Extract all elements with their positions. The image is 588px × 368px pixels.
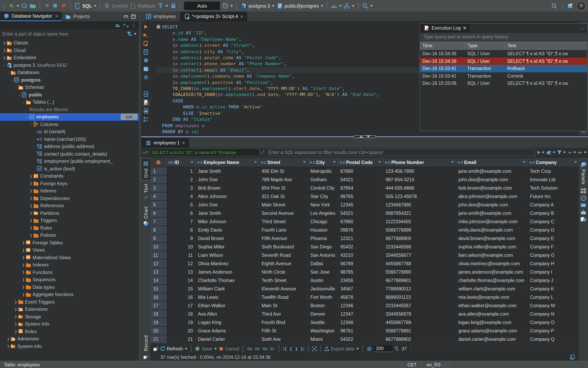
cell-city[interactable]: Boston	[308, 302, 338, 310]
cell-employee-name[interactable]: Mike Johnson	[196, 218, 259, 226]
export-caret[interactable]	[356, 348, 359, 350]
tree-item-foreign-keys[interactable]: ❯Foreign Keys	[0, 180, 139, 187]
cell-street[interactable]: Sixth Ave	[259, 335, 308, 343]
column-header-postal-code[interactable]: A-ZPostal Code	[338, 158, 383, 167]
cell-street[interactable]: Tenth Street	[259, 276, 308, 285]
sort-caret-icon[interactable]	[303, 161, 306, 163]
tree-item-contact-public-contact-details-[interactable]: contact (public.contact_details)	[0, 150, 139, 158]
column-header-street[interactable]: A-ZStreet	[259, 158, 308, 167]
cell-email[interactable]: william.clark@example.com	[456, 285, 528, 293]
nav-back-button[interactable]	[567, 151, 576, 154]
sql-caret[interactable]	[94, 5, 96, 7]
table-row[interactable]: 1717Ethan WalkerMain StBoston12346223344…	[150, 302, 579, 310]
cell-postal-code[interactable]: 12345	[338, 201, 383, 209]
cell-phone-number[interactable]: 2233445566	[383, 243, 456, 251]
cell-company[interactable]: Company A	[528, 201, 579, 209]
grid-corner-cell[interactable]	[150, 158, 166, 167]
chevron-down-icon[interactable]: ⌄	[14, 86, 18, 89]
chevron-right-icon[interactable]: ❯	[29, 234, 33, 237]
cell-employee-name[interactable]: Olivia Martinez	[196, 260, 259, 267]
cell-street[interactable]: Third Ave	[259, 310, 308, 318]
user-avatar[interactable]	[577, 1, 586, 10]
cell-city[interactable]: San Antonio	[308, 251, 338, 259]
tree-item-employees[interactable]: ⌄employees32K	[0, 113, 139, 121]
sort-caret-icon[interactable]	[574, 161, 577, 163]
cell-company[interactable]: Company N	[528, 310, 579, 318]
connect-icon[interactable]	[44, 3, 50, 9]
cell-postal-code[interactable]: 65432	[338, 243, 383, 251]
cell-postal-code[interactable]: 67890	[338, 218, 383, 226]
cell-city[interactable]: Miami	[308, 335, 338, 343]
chevron-right-icon[interactable]: ❯	[21, 241, 25, 245]
tree-item-classic[interactable]: ❯Classic	[0, 39, 139, 46]
dashboard-button[interactable]	[331, 3, 342, 9]
cell-employee-name[interactable]: Daniel Carter	[196, 335, 259, 343]
chevron-right-icon[interactable]: ❯	[2, 41, 6, 45]
collapse-all-icon[interactable]	[115, 24, 120, 27]
more-info-icon[interactable]: ···	[154, 355, 158, 359]
run-icon[interactable]	[143, 24, 149, 30]
cell-street[interactable]: Fourth Blvd	[259, 318, 308, 326]
chevron-right-icon[interactable]: ❯	[21, 278, 25, 282]
cell-phone-number[interactable]: 4455667789	[383, 318, 456, 326]
tree-item-system-info[interactable]: ❯System Info	[0, 343, 139, 350]
cell-employee-name[interactable]: Liam Wilson	[196, 251, 259, 259]
cell-id[interactable]: 8	[166, 226, 196, 234]
cell-employee-name[interactable]: Jane Smith	[196, 209, 259, 217]
openai-icon[interactable]	[143, 58, 149, 63]
cell-postal-code[interactable]: 12348	[338, 318, 383, 326]
execution-log-row[interactable]: Dec-16 15:34:28SQL / UserSELECT ¶ e.id A…	[420, 57, 587, 65]
view-menu-icon[interactable]: ⋮	[132, 23, 136, 28]
tree-item-administer[interactable]: ❯Administer	[0, 335, 139, 343]
cell-email[interactable]: mia.lewis@example.com	[456, 293, 528, 301]
disconnect-icon[interactable]	[60, 3, 67, 9]
cell-company[interactable]: Company B	[528, 209, 579, 217]
table-row[interactable]: 1313James AndersonNinth CircleSan Jose98…	[150, 268, 579, 276]
chevron-right-icon[interactable]: ❯	[2, 49, 6, 52]
cell-street[interactable]: Third Street	[259, 218, 308, 226]
grid-settings-icon[interactable]	[366, 346, 372, 351]
row-number[interactable]: 5	[150, 201, 166, 209]
cell-postal-code[interactable]: 43210	[338, 251, 383, 259]
cell-email[interactable]: ava.allen@example.com	[456, 310, 528, 318]
active-schema-select[interactable]: public@postgres	[276, 3, 323, 9]
tree-item-public[interactable]: ⌄public	[0, 91, 139, 98]
table-row[interactable]: 11Jane Smith456 Elm StMetropolis67890123…	[150, 167, 579, 175]
cell-employee-name[interactable]: Sophia Miller	[196, 243, 259, 251]
tree-item-indexes[interactable]: ❯Indexes	[0, 261, 139, 269]
chevron-right-icon[interactable]: ❯	[14, 308, 18, 311]
vertical-tab-panels[interactable]: Panels	[579, 159, 588, 186]
table-row[interactable]: 55John DoeMain StreetNew York12345123456…	[150, 201, 579, 209]
tree-item-triggers[interactable]: ❯Triggers	[0, 217, 139, 224]
cell-company[interactable]: Company D	[528, 226, 579, 234]
cell-email[interactable]: bob.brown@example.com	[456, 184, 528, 192]
lock-icon[interactable]: ?	[170, 3, 177, 9]
chevron-down-icon[interactable]: ⌄	[10, 78, 14, 82]
search-metadata-button[interactable]	[362, 3, 373, 9]
cell-id[interactable]: 6	[166, 209, 196, 217]
cell-company[interactable]: Company O	[528, 318, 579, 326]
cell-postal-code[interactable]: 98761	[338, 327, 383, 335]
cell-phone-number[interactable]: 8899001123	[383, 293, 456, 301]
cell-employee-name[interactable]: William Clark	[196, 285, 259, 293]
tree-item-databases[interactable]: ⌄Databases	[0, 69, 139, 76]
row-number[interactable]: 9	[150, 234, 166, 242]
cell-phone-number[interactable]: 5566778899	[383, 226, 456, 234]
execution-log-row[interactable]: Dec-16 15:33:41TransactionRollback	[420, 65, 587, 72]
tree-item-functions[interactable]: ❯Functions	[0, 269, 139, 276]
chevron-right-icon[interactable]: ❯	[14, 322, 18, 326]
active-connection-select[interactable]: postgres 3	[241, 3, 274, 9]
cell-employee-name[interactable]: Charlotte Thomas	[196, 276, 259, 285]
cell-street[interactable]: Main St	[259, 302, 308, 310]
fold-marker-icon[interactable]: −	[156, 25, 160, 29]
chevron-right-icon[interactable]: ❯	[29, 219, 33, 222]
cell-company[interactable]: Company J	[528, 276, 579, 285]
row-number[interactable]: 16	[150, 293, 166, 301]
row-number[interactable]: 7	[150, 218, 166, 226]
cell-id[interactable]: 16	[166, 293, 196, 301]
log-col-text[interactable]: Text	[505, 43, 587, 48]
run-new-icon[interactable]	[143, 32, 149, 38]
cell-city[interactable]: San Diego	[308, 243, 338, 251]
table-row[interactable]: 1515William ClarkEleventh AvenueJacksonv…	[150, 285, 579, 293]
cell-id[interactable]: 12	[166, 260, 196, 267]
